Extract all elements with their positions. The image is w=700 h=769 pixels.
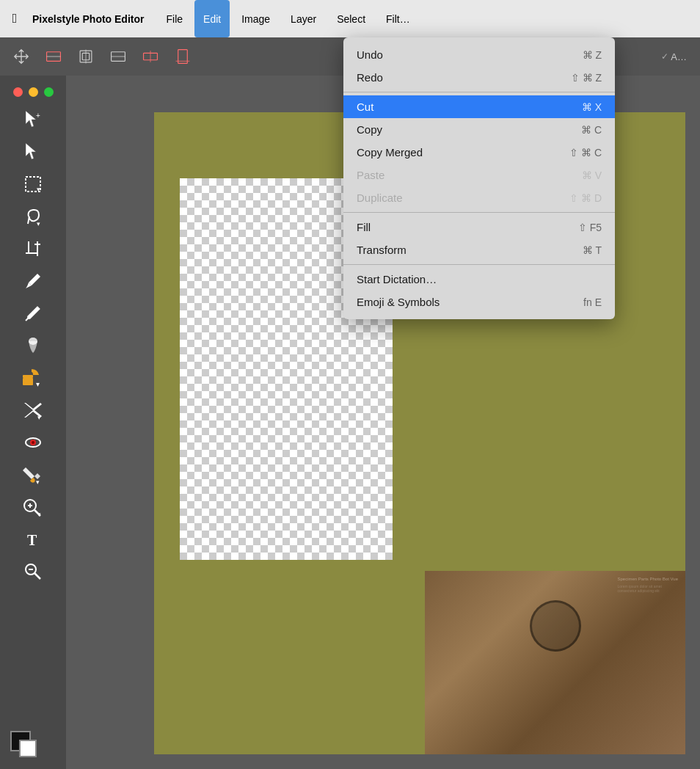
apple-icon[interactable]:  [7, 12, 22, 26]
svg-marker-13 [26, 143, 36, 159]
move-tool-btn[interactable] [7, 43, 35, 70]
menu-item-filter[interactable]: Filt… [377, 0, 419, 37]
menu-item-select[interactable]: Select [328, 0, 374, 37]
red-eye-tool[interactable] [15, 427, 51, 458]
menu-shortcut-copy: ⌘ C [581, 124, 602, 136]
background-color[interactable] [19, 740, 37, 757]
menu-label-emoji: Emoji & Symbols [357, 296, 440, 308]
svg-text:T: T [27, 532, 37, 548]
svg-text:▾: ▾ [36, 478, 40, 485]
color-swatches[interactable] [10, 731, 37, 757]
svg-text:▾: ▾ [37, 220, 40, 227]
zoom-out-tool[interactable] [15, 556, 51, 587]
menu-label-transform: Transform [357, 244, 406, 256]
svg-text:+: + [36, 112, 40, 120]
pen-tool[interactable] [15, 298, 51, 329]
image-circle-element [530, 600, 581, 652]
separator-2 [343, 212, 615, 213]
menu-shortcut-duplicate: ⇧ ⌘ D [569, 192, 602, 204]
menu-shortcut-undo: ⌘ Z [583, 49, 602, 61]
auto-check-btn[interactable]: ✓ A… [655, 43, 693, 70]
blade-tool[interactable]: ▾ [15, 395, 51, 426]
menu-shortcut-paste: ⌘ V [582, 170, 602, 181]
menu-shortcut-transform: ⌘ T [583, 244, 602, 256]
menu-item-file[interactable]: File [157, 0, 192, 37]
edit-dropdown-menu: Undo ⌘ Z Redo ⇧ ⌘ Z Cut ⌘ X Copy ⌘ C Cop… [343, 37, 615, 319]
menu-label-dictation: Start Dictation… [357, 273, 437, 285]
menu-label-duplicate: Duplicate [357, 192, 403, 204]
minimize-button[interactable] [29, 87, 38, 97]
svg-text:▾: ▾ [36, 380, 40, 388]
svg-line-16 [28, 216, 29, 224]
separator-3 [343, 264, 615, 265]
menu-entry-duplicate[interactable]: Duplicate ⇧ ⌘ D [343, 186, 615, 209]
menu-shortcut-redo: ⇧ ⌘ Z [571, 72, 602, 84]
align-center-v-btn[interactable] [72, 43, 100, 70]
align-left-btn[interactable] [40, 43, 68, 70]
side-panel: + ▾ ▾ [0, 76, 66, 769]
menu-label-cut: Cut [357, 101, 373, 113]
svg-line-39 [34, 573, 40, 579]
menubar:  Pixelstyle Photo Editor File Edit Imag… [0, 0, 700, 37]
menu-shortcut-cut: ⌘ X [582, 101, 602, 113]
menu-entry-dictation[interactable]: Start Dictation… [343, 268, 615, 291]
lasso-tool[interactable]: ▾ [15, 201, 51, 232]
menu-shortcut-fill: ⇧ F5 [578, 222, 602, 233]
traffic-lights [4, 81, 62, 103]
arrow-tool[interactable] [15, 136, 51, 167]
maximize-button[interactable] [44, 87, 54, 97]
menu-label-copy: Copy [357, 123, 382, 136]
marquee-tool[interactable]: ▾ [15, 169, 51, 200]
menu-shortcut-copy-merged: ⇧ ⌘ C [569, 147, 602, 158]
app-name: Pixelstyle Photo Editor [32, 13, 144, 25]
menu-entry-fill[interactable]: Fill ⇧ F5 [343, 216, 615, 238]
svg-rect-24 [23, 378, 33, 385]
menu-items: File Edit Image Layer Select Filt… [157, 0, 418, 37]
svg-line-22 [26, 318, 29, 321]
svg-point-30 [32, 441, 34, 444]
menu-shortcut-emoji: fn E [583, 296, 602, 308]
menu-entry-redo[interactable]: Redo ⇧ ⌘ Z [343, 66, 615, 89]
menu-label-undo: Undo [357, 48, 383, 61]
image-text-overlay: Specimen Parts Photo Bot Vue Lorem ipsum… [618, 577, 679, 594]
brush-tool[interactable] [15, 266, 51, 296]
selection-move-tool[interactable]: + [15, 104, 51, 135]
crop-tool[interactable] [15, 233, 51, 264]
menu-item-image[interactable]: Image [233, 0, 279, 37]
svg-text:▾: ▾ [37, 414, 41, 420]
menu-item-layer[interactable]: Layer [282, 0, 325, 37]
text-tool[interactable]: T [15, 524, 51, 555]
menu-entry-undo[interactable]: Undo ⌘ Z [343, 43, 615, 66]
bottom-image: Specimen Parts Photo Bot Vue Lorem ipsum… [425, 571, 685, 754]
bottom-image-content: Specimen Parts Photo Bot Vue Lorem ipsum… [425, 571, 685, 754]
menu-label-copy-merged: Copy Merged [357, 146, 423, 158]
distribute-h-btn[interactable] [136, 43, 164, 70]
menu-entry-cut[interactable]: Cut ⌘ X [343, 95, 615, 118]
menu-entry-paste[interactable]: Paste ⌘ V [343, 164, 615, 186]
align-right-btn[interactable] [104, 43, 132, 70]
svg-rect-25 [23, 375, 33, 378]
menu-label-fill: Fill [357, 221, 371, 233]
auto-label: A… [671, 51, 687, 62]
menu-entry-copy[interactable]: Copy ⌘ C [343, 118, 615, 141]
menu-entry-copy-merged[interactable]: Copy Merged ⇧ ⌘ C [343, 141, 615, 164]
smudge-tool[interactable] [15, 330, 51, 361]
menu-item-edit[interactable]: Edit [194, 0, 230, 37]
align-bottom-btn[interactable] [169, 43, 197, 70]
paint-bucket-tool[interactable]: ▾ [15, 459, 51, 490]
separator-1 [343, 92, 615, 92]
menu-entry-emoji[interactable]: Emoji & Symbols fn E [343, 291, 615, 313]
zoom-in-tool[interactable]: ▾ [15, 492, 51, 522]
svg-text:▾: ▾ [37, 186, 40, 193]
svg-marker-11 [26, 111, 36, 127]
menu-entry-transform[interactable]: Transform ⌘ T [343, 238, 615, 261]
clone-stamp-tool[interactable]: ▾ [15, 362, 51, 393]
svg-text:▾: ▾ [37, 511, 41, 517]
menu-label-redo: Redo [357, 71, 383, 84]
close-button[interactable] [13, 87, 23, 97]
menu-label-paste: Paste [357, 169, 384, 181]
